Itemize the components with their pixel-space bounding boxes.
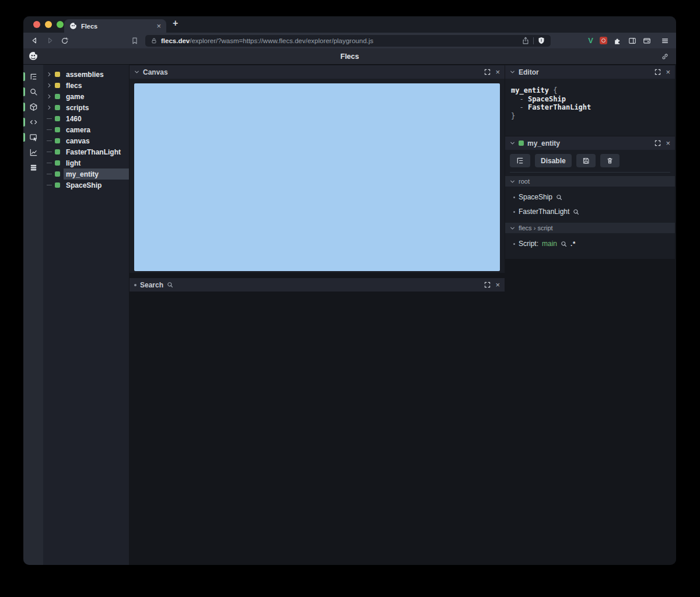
rail-query-button[interactable] [23, 85, 43, 99]
leaf-dash [47, 185, 55, 185]
tree-item-game[interactable]: game [43, 91, 129, 102]
panel-title: Search [140, 281, 163, 289]
app-body: assembliesflecsgamescripts1460cameracanv… [23, 65, 676, 565]
expand-icon[interactable] [654, 140, 661, 146]
tree-item-SpaceShip[interactable]: SpaceShip [43, 180, 129, 191]
render-canvas[interactable] [134, 83, 500, 271]
chevron-down-icon [510, 179, 515, 184]
entity-kind-square [55, 105, 60, 110]
tree-item-1460[interactable]: 1460 [43, 113, 129, 124]
rail-entities-button[interactable] [23, 100, 43, 114]
component-label: SpaceShip [519, 193, 552, 201]
tree-item-label: 1460 [64, 113, 129, 124]
new-tab-button[interactable]: + [173, 18, 178, 29]
search-icon[interactable] [556, 194, 562, 201]
share-link-icon[interactable] [661, 52, 669, 61]
search-panel-header: Search × [130, 278, 505, 292]
vue-devtools-icon[interactable]: V [588, 36, 593, 45]
collapse-chevron-icon[interactable] [134, 69, 139, 75]
chevron-right-icon[interactable] [47, 105, 55, 110]
section-header-flecs-script[interactable]: flecs › script [505, 223, 675, 233]
script-code-editor[interactable]: my_entity { - SpaceShip - FasterThanLigh… [505, 79, 675, 128]
expand-icon[interactable] [484, 69, 491, 75]
bookmark-icon[interactable] [131, 37, 139, 45]
tree-item-my_entity[interactable]: my_entity [43, 168, 129, 180]
search-icon[interactable] [573, 209, 579, 215]
rail-code-button[interactable] [23, 115, 43, 129]
delete-button[interactable] [600, 154, 620, 167]
component-item: Script: main.* [505, 233, 675, 248]
browser-tab-bar: Flecs × + [23, 16, 676, 33]
entity-kind-square [55, 83, 60, 88]
zoom-window-button[interactable] [57, 21, 64, 28]
forward-button[interactable] [46, 36, 54, 45]
tree-item-scripts[interactable]: scripts [43, 102, 129, 113]
rail-commands-button[interactable] [23, 160, 43, 175]
tree-item-light[interactable]: light [43, 157, 129, 168]
active-indicator [23, 72, 25, 81]
tree-item-canvas[interactable]: canvas [43, 135, 129, 146]
tree-item-assemblies[interactable]: assemblies [43, 69, 129, 80]
component-label: FasterThanLight [519, 208, 569, 216]
list-tree-icon [29, 72, 38, 81]
tree-toggle-button[interactable] [510, 154, 530, 167]
tree-item-FasterThanLight[interactable]: FasterThanLight [43, 146, 129, 157]
leaf-dash [47, 141, 55, 141]
inspector-sections: rootSpaceShipFasterThanLightflecs › scri… [505, 176, 675, 248]
entity-kind-square [55, 127, 60, 132]
active-indicator [23, 133, 25, 142]
rail-statistics-button[interactable] [23, 145, 43, 160]
close-icon[interactable]: × [495, 68, 500, 76]
collapse-chevron-icon[interactable] [510, 69, 515, 75]
component-label: main [542, 240, 557, 248]
divider [510, 172, 670, 173]
chevron-right-icon[interactable] [47, 72, 55, 77]
section-header-root[interactable]: root [505, 176, 675, 187]
disable-button[interactable]: Disable [535, 154, 572, 167]
flecs-logo-icon[interactable] [28, 51, 38, 61]
extension-badge-icon[interactable] [600, 37, 607, 44]
browser-tab[interactable]: Flecs × [64, 19, 166, 33]
brave-shield-icon[interactable] [537, 37, 545, 45]
entity-kind-square [55, 160, 60, 166]
close-icon[interactable]: × [666, 139, 670, 147]
menu-icon[interactable] [661, 37, 669, 45]
rail-tree-view-button[interactable] [23, 69, 43, 84]
expand-icon[interactable] [654, 69, 661, 75]
panel-title: my_entity [527, 139, 560, 148]
leaf-dash [47, 118, 55, 119]
tree-item-camera[interactable]: camera [43, 124, 129, 135]
tab-close-icon[interactable]: × [156, 22, 161, 30]
collapse-chevron-icon[interactable] [510, 141, 515, 146]
chevron-right-icon[interactable] [47, 94, 55, 99]
chart-icon [29, 148, 38, 157]
app-header: Flecs [23, 48, 676, 65]
extensions-puzzle-icon[interactable] [614, 37, 622, 45]
close-icon[interactable]: × [666, 68, 670, 76]
collapsed-dot-icon[interactable] [134, 284, 136, 286]
reload-button[interactable] [61, 37, 69, 45]
minimize-window-button[interactable] [45, 21, 52, 28]
chevron-right-icon[interactable] [47, 83, 55, 88]
close-window-button[interactable] [33, 21, 40, 28]
save-button[interactable] [576, 154, 596, 167]
trash-icon [606, 157, 614, 164]
wallet-icon[interactable] [643, 37, 651, 45]
back-button[interactable] [30, 36, 39, 45]
sidebar-toggle-icon[interactable] [628, 37, 636, 45]
canvas-panel-header: Canvas × [130, 65, 505, 79]
search-icon[interactable] [561, 241, 567, 247]
entity-kind-square [519, 141, 524, 146]
entity-kind-square [55, 138, 60, 143]
regex-icon[interactable]: .* [570, 240, 576, 247]
rail-inspector-button[interactable] [23, 130, 43, 145]
share-icon[interactable] [522, 37, 530, 45]
expand-icon[interactable] [484, 282, 491, 288]
close-icon[interactable]: × [495, 281, 500, 289]
section-title: root [519, 178, 530, 185]
address-bar[interactable]: flecs.dev/explorer/?wasm=https://www.fle… [145, 35, 551, 47]
tab-title: Flecs [81, 23, 152, 30]
tree-item-flecs[interactable]: flecs [43, 80, 129, 91]
flecs-favicon-icon [69, 22, 77, 30]
entity-kind-square [55, 116, 60, 121]
